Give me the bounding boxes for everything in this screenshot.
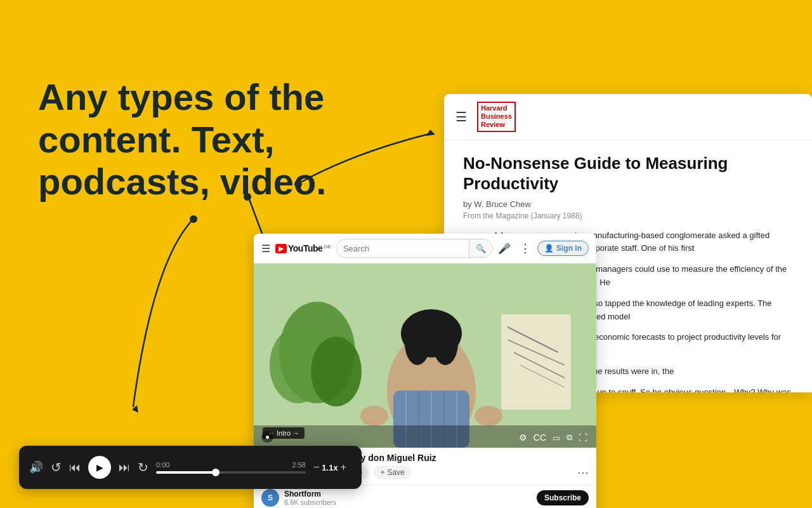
total-time: 2:58 <box>292 461 306 469</box>
youtube-search-button[interactable]: 🔍 <box>469 239 492 258</box>
hbr-logo-line1: Harvard <box>481 104 512 112</box>
heading-line1: Any types of the <box>38 76 324 117</box>
progress-bar[interactable] <box>156 471 306 474</box>
person-icon: 👤 <box>544 244 554 253</box>
svg-point-22 <box>475 406 502 426</box>
youtube-search-bar[interactable]: 🔍 <box>336 239 493 258</box>
left-content: Any types of the content. Text, podcasts… <box>38 76 393 203</box>
youtube-navbar: ☰ ▶ YouTube GE 🔍 🎤 ⋮ 👤 Sign in <box>254 234 596 264</box>
progress-fill <box>156 471 216 474</box>
heading-line2: content. Text, <box>38 119 275 160</box>
yt-pip-icon[interactable]: ⧉ <box>566 432 572 443</box>
audio-player: 🔊 ↺ ⏮ ▶ ⏭ ↻ 0:00 2:58 − 1.1x + <box>19 446 362 489</box>
save-icon: + <box>380 468 384 477</box>
current-time: 0:00 <box>156 461 169 469</box>
youtube-logo: ▶ YouTube GE <box>275 243 331 253</box>
save-label: Save <box>387 468 404 477</box>
hbr-navbar: ☰ Harvard Business Review <box>444 94 812 140</box>
heading-line3: podcasts, video. <box>38 161 326 202</box>
speed-plus-icon[interactable]: + <box>341 462 346 473</box>
svg-point-21 <box>360 406 388 426</box>
channel-name: Shortform <box>284 490 532 498</box>
speed-minus-icon[interactable]: − <box>313 462 319 473</box>
yt-settings-icon[interactable]: ⚙ <box>519 432 527 443</box>
channel-avatar: S <box>261 489 279 507</box>
video-content-svg <box>254 264 596 448</box>
svg-point-14 <box>433 321 458 365</box>
signin-label: Sign in <box>556 244 582 253</box>
hbr-date: From the Magazine (January 1988) <box>463 211 793 220</box>
youtube-save-button[interactable]: + Save <box>374 465 410 479</box>
hbr-author: by W. Bruce Chew <box>463 199 793 209</box>
volume-icon[interactable]: 🔊 <box>29 460 43 474</box>
yt-subtitles-icon[interactable]: CC <box>534 432 546 443</box>
yt-fullscreen-icon[interactable]: ⛶ <box>579 432 587 443</box>
youtube-nav-right: ⋮ 👤 Sign in <box>520 241 589 256</box>
hbr-title: No-Nonsense Guide to Measuring Productiv… <box>463 153 793 194</box>
play-icon: ▶ <box>96 462 103 472</box>
play-button[interactable]: ▶ <box>88 456 111 479</box>
youtube-more-icon[interactable]: ⋮ <box>520 241 531 255</box>
hbr-menu-icon[interactable]: ☰ <box>455 109 467 124</box>
prev-track-icon[interactable]: ⏮ <box>69 461 81 474</box>
forward-icon[interactable]: ↻ <box>138 460 148 475</box>
yt-theater-icon[interactable]: ▭ <box>553 433 560 443</box>
youtube-menu-icon[interactable]: ☰ <box>261 243 270 255</box>
youtube-signin-button[interactable]: 👤 Sign in <box>537 241 589 256</box>
progress-dot <box>212 469 219 476</box>
rewind-icon[interactable]: ↺ <box>51 460 62 475</box>
youtube-logo-text: YouTube <box>288 243 322 253</box>
youtube-mic-icon[interactable]: 🎤 <box>498 243 511 255</box>
controls-row: 0:00 2:58 <box>156 461 306 469</box>
youtube-video-thumbnail[interactable]: ← Intro → ⚙ CC ▭ ⧉ ⛶ ● <box>254 264 596 448</box>
speed-control: − 1.1x + <box>313 462 346 473</box>
next-track-icon[interactable]: ⏭ <box>119 461 130 474</box>
hbr-logo-line3: Review <box>481 121 512 129</box>
youtube-icon: ▶ <box>275 244 287 253</box>
main-heading: Any types of the content. Text, podcasts… <box>38 76 393 203</box>
speed-value: 1.1x <box>322 463 337 472</box>
channel-info: Shortform 6.6K subscribers <box>284 490 532 506</box>
yt-circle-play-icon[interactable]: ● <box>261 431 273 443</box>
youtube-more-actions-icon[interactable]: ⋯ <box>577 465 589 479</box>
youtube-subscribe-button[interactable]: Subscribe <box>537 490 589 505</box>
hbr-logo-line2: Business <box>481 112 512 121</box>
svg-point-13 <box>405 321 430 365</box>
svg-point-9 <box>311 337 362 406</box>
channel-subscribers: 6.6K subscribers <box>284 498 532 506</box>
youtube-search-input[interactable] <box>337 244 469 253</box>
hbr-logo: Harvard Business Review <box>477 102 516 132</box>
progress-section: 0:00 2:58 <box>156 461 306 474</box>
youtube-geo: GE <box>324 244 331 250</box>
